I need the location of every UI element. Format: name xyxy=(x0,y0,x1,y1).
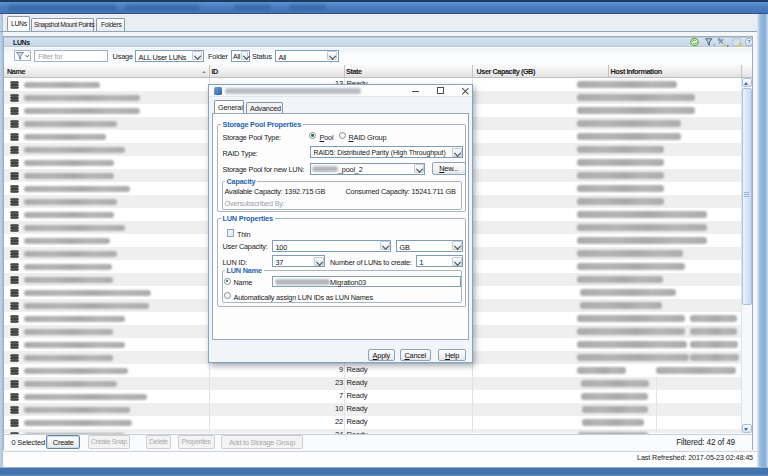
svg-text:?: ? xyxy=(747,38,751,45)
